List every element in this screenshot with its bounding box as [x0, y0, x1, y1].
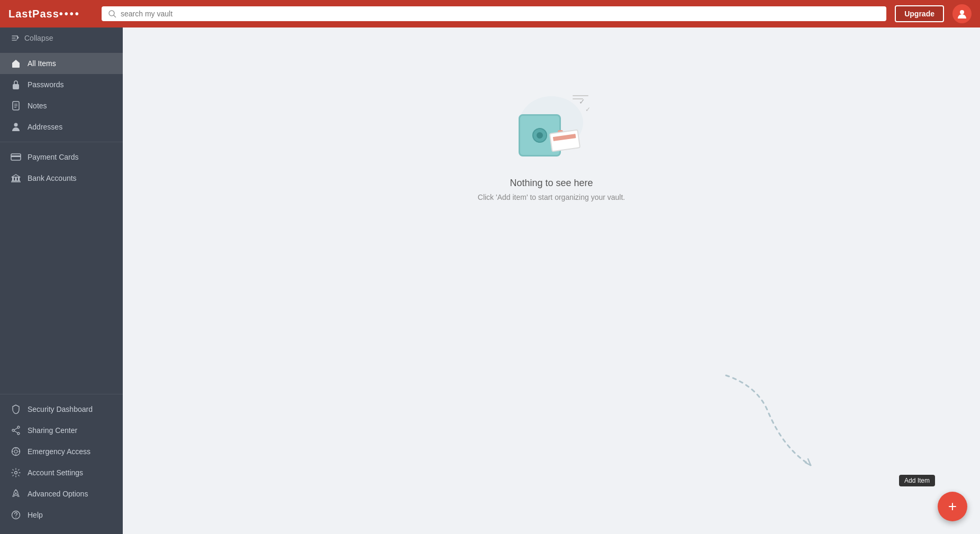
sidebar-item-label: Sharing Center	[28, 426, 77, 435]
sidebar-item-all-items[interactable]: All Items	[0, 53, 123, 74]
svg-line-1	[114, 15, 116, 17]
empty-subtitle: Click 'Add item' to start organizing you…	[478, 193, 625, 201]
sidebar-item-sharing-center[interactable]: Sharing Center	[0, 420, 123, 441]
upgrade-button[interactable]: Upgrade	[895, 5, 944, 22]
sidebar-item-account-settings[interactable]: Account Settings	[0, 462, 123, 483]
safe-illustration: ✓ ✓	[509, 91, 594, 165]
search-icon	[108, 10, 116, 18]
avatar[interactable]	[952, 4, 972, 23]
search-input[interactable]	[121, 10, 880, 18]
lock-icon	[11, 79, 21, 90]
sidebar-item-label: Advanced Options	[28, 490, 88, 498]
sidebar-item-label: Emergency Access	[28, 447, 90, 456]
shield-icon	[11, 404, 21, 415]
sidebar-bottom: Security Dashboard Sharing Center	[0, 385, 123, 534]
svg-line-19	[14, 428, 17, 430]
sidebar-item-label: Account Settings	[28, 468, 83, 477]
sidebar-item-passwords[interactable]: Passwords	[0, 74, 123, 95]
bank-icon	[11, 173, 21, 183]
sidebar: Collapse All Items	[0, 27, 123, 534]
svg-rect-12	[15, 177, 17, 181]
svg-line-20	[14, 431, 17, 433]
plus-icon: +	[948, 498, 957, 515]
sidebar-item-addresses[interactable]: Addresses	[0, 116, 123, 137]
svg-rect-13	[18, 177, 20, 181]
collapse-label: Collapse	[24, 34, 53, 42]
sidebar-item-security-dashboard[interactable]: Security Dashboard	[0, 399, 123, 420]
person-icon	[11, 122, 21, 132]
settings-icon	[11, 467, 21, 478]
home-icon	[11, 58, 21, 69]
rocket-icon	[11, 489, 21, 499]
share-icon	[11, 425, 21, 436]
sidebar-item-label: Bank Accounts	[28, 174, 77, 182]
svg-point-8	[14, 123, 18, 127]
layout: Collapse All Items	[0, 27, 980, 534]
emergency-icon	[11, 446, 21, 457]
sidebar-item-label: Passwords	[28, 80, 63, 89]
help-icon	[11, 510, 21, 520]
add-item-button[interactable]: +	[938, 492, 967, 521]
empty-state: ✓ ✓ Nothing to see here Click 'Add item'…	[123, 27, 980, 201]
sidebar-item-label: Notes	[28, 102, 47, 110]
sidebar-item-label: Addresses	[28, 123, 62, 131]
svg-rect-3	[13, 84, 19, 89]
svg-rect-10	[11, 155, 21, 157]
sidebar-item-payment-cards[interactable]: Payment Cards	[0, 146, 123, 168]
svg-point-2	[960, 10, 964, 14]
svg-rect-11	[12, 177, 14, 181]
sidebar-item-bank-accounts[interactable]: Bank Accounts	[0, 168, 123, 189]
svg-point-17	[17, 432, 20, 435]
search-bar[interactable]	[102, 6, 886, 21]
app-logo: LastPass••••	[8, 8, 93, 20]
svg-point-27	[15, 493, 17, 494]
main-content: ✓ ✓ Nothing to see here Click 'Add item'…	[123, 27, 980, 534]
svg-point-18	[12, 429, 14, 431]
sidebar-item-notes[interactable]: Notes	[0, 95, 123, 116]
sidebar-nav: All Items Passwords	[0, 49, 123, 385]
sidebar-item-label: Help	[28, 511, 43, 519]
svg-point-29	[15, 517, 16, 518]
collapse-button[interactable]: Collapse	[0, 27, 123, 49]
sidebar-item-emergency-access[interactable]: Emergency Access	[0, 441, 123, 462]
sidebar-item-label: Security Dashboard	[28, 405, 93, 413]
dotted-arrow	[715, 365, 832, 481]
empty-title: Nothing to see here	[510, 178, 593, 189]
sidebar-item-advanced-options[interactable]: Advanced Options	[0, 483, 123, 504]
sidebar-item-help[interactable]: Help	[0, 504, 123, 526]
divider	[0, 142, 123, 142]
add-item-tooltip: Add Item	[899, 475, 935, 486]
note-icon	[11, 100, 21, 111]
sidebar-item-label: All Items	[28, 59, 56, 68]
collapse-icon	[11, 34, 19, 42]
sidebar-item-label: Payment Cards	[28, 153, 78, 161]
card-icon	[11, 152, 21, 162]
svg-point-26	[15, 472, 17, 474]
divider	[0, 394, 123, 394]
svg-point-16	[17, 426, 20, 428]
topbar: LastPass•••• Upgrade	[0, 0, 980, 27]
